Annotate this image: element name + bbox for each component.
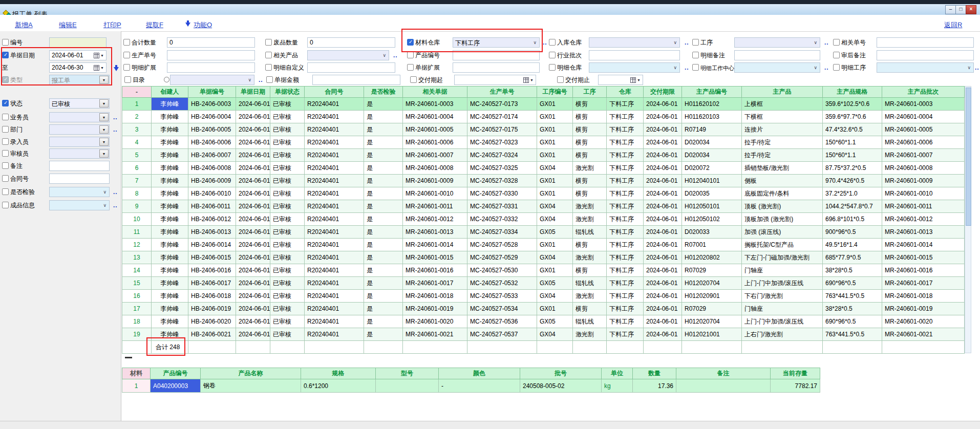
cell[interactable]: R20240401 xyxy=(305,277,364,290)
checkbox-contract-no[interactable] xyxy=(2,175,9,182)
cell[interactable]: 李帅峰 xyxy=(152,136,188,149)
cell[interactable]: MR-240601-0006 xyxy=(882,136,965,149)
cell[interactable]: HB-2406-0011 xyxy=(188,200,236,213)
cell[interactable]: 是 xyxy=(364,111,403,123)
cell[interactable]: MC-240527-0175 xyxy=(467,123,537,136)
cell[interactable]: 连接片 xyxy=(742,123,823,136)
table-row[interactable]: 15李帅峰HB-2406-00172024-06-01已审核R20240401是… xyxy=(122,277,965,290)
detail-remark-input[interactable] xyxy=(734,50,820,60)
cell[interactable]: GX04 xyxy=(537,328,573,341)
cell[interactable]: R20240401 xyxy=(305,213,364,226)
cell[interactable]: R20240401 xyxy=(305,123,364,136)
cell[interactable]: MC-240527-0533 xyxy=(467,290,537,303)
cell[interactable]: 已审核 xyxy=(270,213,305,226)
column-header[interactable]: 主产品编号 xyxy=(682,87,742,98)
cell[interactable]: 2024-06-01 xyxy=(644,200,682,213)
cell[interactable]: 2024-06-01 xyxy=(236,136,270,149)
cell[interactable]: HB-2406-0020 xyxy=(188,315,236,328)
cell[interactable]: GX01 xyxy=(537,111,573,123)
cell[interactable]: MR-240601-0009 xyxy=(403,175,467,187)
splitter-handle[interactable] xyxy=(125,357,132,358)
cell[interactable]: 49.5*16*1.4 xyxy=(823,239,882,251)
column-header[interactable]: 颜色 xyxy=(439,368,520,379)
inspection-more-button[interactable]: .. xyxy=(113,188,118,196)
cell[interactable]: 970.4*426*0.5 xyxy=(823,175,882,187)
dropdown-button-icon[interactable]: ▼ xyxy=(99,149,109,158)
cell[interactable]: H011620103 xyxy=(682,111,742,123)
cell[interactable]: 是 xyxy=(364,98,403,111)
checkbox-doc-amount[interactable] xyxy=(266,76,273,83)
checkbox-detail-process[interactable] xyxy=(833,64,840,71)
table-row[interactable]: 2李帅峰HB-2406-00042024-06-01已审核R20240401是M… xyxy=(122,111,965,123)
cell[interactable]: MR-240601-0003 xyxy=(882,98,965,111)
cell[interactable]: HB-2406-0012 xyxy=(188,213,236,226)
table-row[interactable]: 11李帅峰HB-2406-00132024-06-01已审核R20240401是… xyxy=(122,226,965,239)
cell[interactable]: 李帅峰 xyxy=(152,98,188,111)
cell[interactable]: GX04 xyxy=(537,290,573,303)
cell[interactable]: 下料工序 xyxy=(607,111,644,123)
toolbar-new-button[interactable]: 新增A xyxy=(15,20,33,30)
cell[interactable]: MR-240601-0004 xyxy=(882,111,965,123)
cell[interactable]: 2024-06-01 xyxy=(236,187,270,200)
cell[interactable]: 已审核 xyxy=(270,98,305,111)
entry-clerk-combo[interactable]: ▼ xyxy=(49,137,110,147)
cell[interactable]: MR-240601-0006 xyxy=(403,136,467,149)
cell[interactable]: 2024-06-01 xyxy=(644,213,682,226)
cell[interactable]: 38*28*0.5 xyxy=(823,264,882,277)
cell[interactable]: 37.2*25*1.0 xyxy=(823,187,882,200)
cell[interactable]: D020035 xyxy=(682,187,742,200)
cell[interactable]: 7782.17 xyxy=(771,379,820,393)
cell[interactable]: 拉手/待定 xyxy=(742,149,823,162)
table-row[interactable]: 19李帅峰HB-2406-00212024-06-01已审核R20240401是… xyxy=(122,328,965,341)
cell[interactable]: 11 xyxy=(122,226,152,239)
checkbox-delivery-to[interactable] xyxy=(557,76,564,83)
cell[interactable]: 下料工序 xyxy=(607,200,644,213)
related-product-combo[interactable]: ∨ xyxy=(307,50,389,60)
detail-workcenter-more-button[interactable]: .. xyxy=(824,64,829,71)
detail-custom-input[interactable] xyxy=(307,62,395,73)
cell[interactable]: 1 xyxy=(122,98,152,111)
checkbox-production-no[interactable] xyxy=(123,52,130,58)
cell[interactable]: 2024-06-01 xyxy=(644,162,682,175)
cell[interactable]: R20240401 xyxy=(305,200,364,213)
cell[interactable]: MC-240527-0174 xyxy=(467,111,537,123)
cell[interactable]: MR-240601-0005 xyxy=(403,123,467,136)
cell[interactable]: MC-240527-0332 xyxy=(467,213,537,226)
toolbar-edit-button[interactable]: 编辑E xyxy=(59,20,77,30)
department-combo[interactable]: ▼ xyxy=(49,124,110,135)
cell[interactable]: MR-240601-0004 xyxy=(403,111,467,123)
maximize-button[interactable]: □ xyxy=(955,5,966,14)
column-header[interactable]: 单位 xyxy=(602,368,633,379)
cell[interactable]: 2024-06-01 xyxy=(236,328,270,341)
cell[interactable]: 已审核 xyxy=(270,226,305,239)
cell[interactable]: GX05 xyxy=(537,226,573,239)
cell[interactable]: 2024-06-01 xyxy=(644,149,682,162)
cell[interactable]: MC-240527-0330 xyxy=(467,187,537,200)
table-row[interactable]: 14李帅峰HB-2406-00162024-06-01已审核R20240401是… xyxy=(122,264,965,277)
cell[interactable]: MR-240601-0018 xyxy=(882,290,965,303)
checkbox-auditor[interactable] xyxy=(2,150,9,157)
table-row[interactable]: 12李帅峰HB-2406-00142024-06-01已审核R20240401是… xyxy=(122,239,965,251)
cell[interactable]: 已审核 xyxy=(270,149,305,162)
column-header[interactable]: 单据编号 xyxy=(188,87,236,98)
checkbox-detail-remark[interactable] xyxy=(692,52,699,58)
cell[interactable]: 2024-06-01 xyxy=(236,239,270,251)
cell[interactable]: MC-240527-0173 xyxy=(467,98,537,111)
cell[interactable]: 激光割 xyxy=(573,290,607,303)
cell[interactable]: 李帅峰 xyxy=(152,200,188,213)
detail-warehouse-combo[interactable]: ∨ xyxy=(589,62,680,73)
table-row[interactable]: 5李帅峰HB-2406-00072024-06-01已审核R20240401是M… xyxy=(122,149,965,162)
cell[interactable]: R20240401 xyxy=(305,226,364,239)
cell[interactable]: MR-240601-0005 xyxy=(882,123,965,136)
cell[interactable]: 李帅峰 xyxy=(152,111,188,123)
cell[interactable]: HB-2406-0006 xyxy=(188,136,236,149)
inbound-warehouse-combo[interactable]: ∨ xyxy=(589,37,680,48)
cell[interactable]: 上门-门中加强/滚压线 xyxy=(742,277,823,290)
cell[interactable]: 10 xyxy=(122,213,152,226)
cell[interactable]: 上右门/激光割 xyxy=(742,328,823,341)
cell[interactable]: 激光割 xyxy=(573,162,607,175)
cell[interactable]: 下料工序 xyxy=(607,277,644,290)
cell[interactable]: 下横框 xyxy=(742,111,823,123)
doc-amount-input[interactable] xyxy=(312,75,400,85)
column-header[interactable]: 交付期限 xyxy=(644,87,682,98)
